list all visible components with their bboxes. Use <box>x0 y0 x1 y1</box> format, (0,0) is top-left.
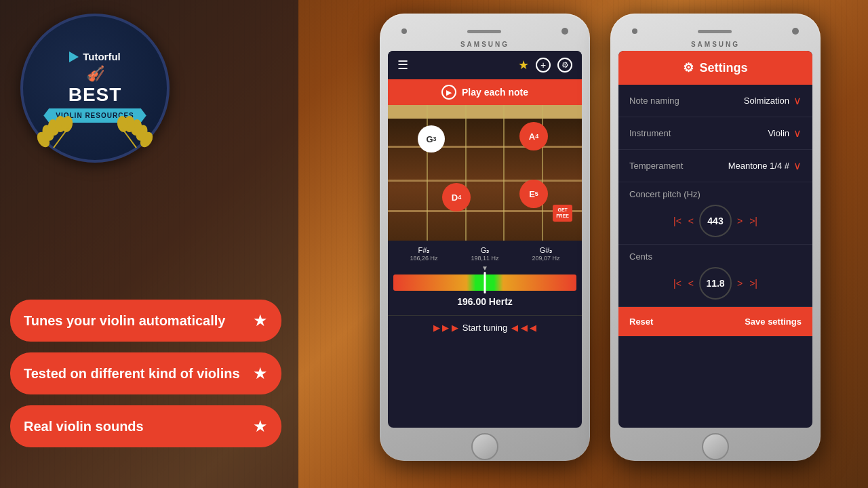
fretboard: G3 A4 D4 E5 GETFREE <box>388 105 582 241</box>
note-naming-value[interactable]: Solmization ∨ <box>744 94 802 107</box>
menu-icon[interactable]: ☰ <box>397 58 408 73</box>
note-name-2: G#₃ <box>532 246 559 255</box>
phone-speaker-right <box>698 30 732 33</box>
phone-brand-right: SAMSUNG <box>618 41 812 48</box>
home-button-right[interactable] <box>702 433 729 460</box>
note-d4[interactable]: D4 <box>442 183 471 211</box>
save-settings-button[interactable]: Save settings <box>745 317 802 327</box>
tuner-meter <box>393 274 576 291</box>
tuner-header: ☰ ★ + ⚙ <box>388 51 582 79</box>
back-arrows-icon: ◀ ◀ ◀ <box>511 323 536 333</box>
feature-item-1: Tested on different kind of violins ★ <box>10 352 281 394</box>
settings-row-note-naming: Note naming Solmization ∨ <box>618 85 812 117</box>
cents-control: |< < 11.8 > >| <box>629 267 802 300</box>
features-list: Tunes your violin automatically ★ Tested… <box>0 300 285 447</box>
tuner-display: F#₃ 186,26 Hz G₃ 198,11 Hz G#₃ 209,07 Hz… <box>388 241 582 315</box>
instrument-chevron-icon: ∨ <box>793 127 802 140</box>
header-icons: ★ + ⚙ <box>518 58 572 73</box>
phone-left: SAMSUNG ☰ ★ + ⚙ ▶ Play each note <box>380 14 590 461</box>
note-hz-2: 209,07 Hz <box>532 255 559 262</box>
play-note-bar: ▶ Play each note <box>388 79 582 105</box>
start-tuning-bar[interactable]: ▶ ▶ ▶ Start tuning ◀ ◀ ◀ <box>388 315 582 340</box>
feature-text-2: Real violin sounds <box>24 418 246 434</box>
reset-button[interactable]: Reset <box>629 317 653 327</box>
settings-bottom-bar: Reset Save settings <box>618 307 812 336</box>
cents-skip-forward-icon[interactable]: >| <box>748 277 759 290</box>
note-e5[interactable]: E5 <box>519 180 548 208</box>
temperament-chevron-icon: ∨ <box>793 159 802 172</box>
note-label-2: G#₃ 209,07 Hz <box>532 246 559 262</box>
pitch-next-icon[interactable]: > <box>736 214 744 228</box>
instrument-value[interactable]: Violin ∨ <box>768 127 802 140</box>
note-hz-1: 198,11 Hz <box>471 255 498 262</box>
settings-header: ⚙ Settings <box>618 51 812 85</box>
temperament-value[interactable]: Meantone 1/4 # ∨ <box>728 159 802 172</box>
note-label-0: F#₃ 186,26 Hz <box>410 246 437 262</box>
note-naming-label: Note naming <box>629 96 679 106</box>
cents-value: 11.8 <box>699 267 732 300</box>
note-name-1: G₃ <box>471 246 498 255</box>
cents-label: Cents <box>629 251 802 262</box>
feature-item-0: Tunes your violin automatically ★ <box>10 300 281 342</box>
badge-logo: Tutorful <box>69 51 121 62</box>
phone-sensor-left <box>401 28 407 34</box>
settings-row-instrument: Instrument Violin ∨ <box>618 117 812 150</box>
pitch-skip-back-icon[interactable]: |< <box>672 214 683 228</box>
home-button-left[interactable] <box>471 433 498 460</box>
cents-next-icon[interactable]: > <box>736 277 744 290</box>
add-icon[interactable]: + <box>536 58 551 73</box>
note-g3[interactable]: G3 <box>418 125 445 152</box>
tuner-screen: ☰ ★ + ⚙ ▶ Play each note <box>388 51 582 428</box>
settings-gear-icon: ⚙ <box>683 60 694 75</box>
string-d <box>465 105 467 241</box>
phone-camera-left <box>561 28 568 35</box>
tuner-needle <box>484 272 486 293</box>
pitch-prev-icon[interactable]: < <box>687 214 695 228</box>
temperament-label: Temperament <box>629 161 683 171</box>
temperament-text: Meantone 1/4 # <box>728 161 789 171</box>
left-panel: Tutorful 🎻 BEST VIOLIN RESOURCES <box>0 0 298 488</box>
arrow-indicator: ▼ <box>393 264 576 272</box>
feature-text-1: Tested on different kind of violins <box>24 365 246 382</box>
tutorful-badge: Tutorful 🎻 BEST VIOLIN RESOURCES <box>20 14 170 163</box>
settings-row-temperament: Temperament Meantone 1/4 # ∨ <box>618 150 812 182</box>
phone-sensor-right <box>632 28 637 34</box>
star-icon[interactable]: ★ <box>518 58 529 73</box>
note-labels: F#₃ 186,26 Hz G₃ 198,11 Hz G#₃ 209,07 Hz <box>393 246 576 262</box>
phone-notch-right <box>618 22 812 41</box>
note-naming-chevron-icon: ∨ <box>793 94 802 107</box>
play-arrows-icon: ▶ ▶ ▶ <box>433 323 458 333</box>
start-tuning-text: Start tuning <box>462 323 508 333</box>
feature-star-0: ★ <box>253 311 268 330</box>
feature-item-2: Real violin sounds ★ <box>10 405 281 447</box>
play-note-text: Play each note <box>462 87 528 98</box>
feature-star-2: ★ <box>253 417 268 436</box>
settings-title: Settings <box>699 61 747 75</box>
tutorful-triangle-icon <box>69 52 79 62</box>
cents-skip-back-icon[interactable]: |< <box>672 277 683 290</box>
violin-icon: 🎻 <box>86 65 104 83</box>
cents-prev-icon[interactable]: < <box>687 277 695 290</box>
concert-pitch-label: Concert pitch (Hz) <box>629 189 802 199</box>
tuner-hertz: 196.00 Hertz <box>393 293 576 310</box>
pitch-skip-forward-icon[interactable]: >| <box>748 214 759 228</box>
phone-brand-left: SAMSUNG <box>388 41 582 48</box>
settings-icon[interactable]: ⚙ <box>557 58 572 73</box>
badge-best: BEST <box>68 84 122 106</box>
phone-frame-left: SAMSUNG ☰ ★ + ⚙ ▶ Play each note <box>380 14 590 461</box>
get-free-badge[interactable]: GETFREE <box>553 205 572 222</box>
instrument-label: Instrument <box>629 128 671 138</box>
note-hz-0: 186,26 Hz <box>410 255 437 262</box>
note-a4[interactable]: A4 <box>519 122 548 150</box>
concert-pitch-control: |< < 443 > >| <box>629 205 802 237</box>
string-a <box>503 105 505 241</box>
phone-notch-left <box>388 22 582 41</box>
cents-section: Cents |< < 11.8 > >| <box>618 245 812 307</box>
phone-right: SAMSUNG ⚙ Settings Note naming Solmizati… <box>610 14 821 461</box>
instrument-text: Violin <box>768 128 789 138</box>
concert-pitch-value: 443 <box>699 205 732 237</box>
phone-frame-right: SAMSUNG ⚙ Settings Note naming Solmizati… <box>610 14 821 461</box>
play-button[interactable]: ▶ <box>441 85 456 100</box>
note-naming-text: Solmization <box>744 96 789 106</box>
note-label-1: G₃ 198,11 Hz <box>471 246 498 262</box>
